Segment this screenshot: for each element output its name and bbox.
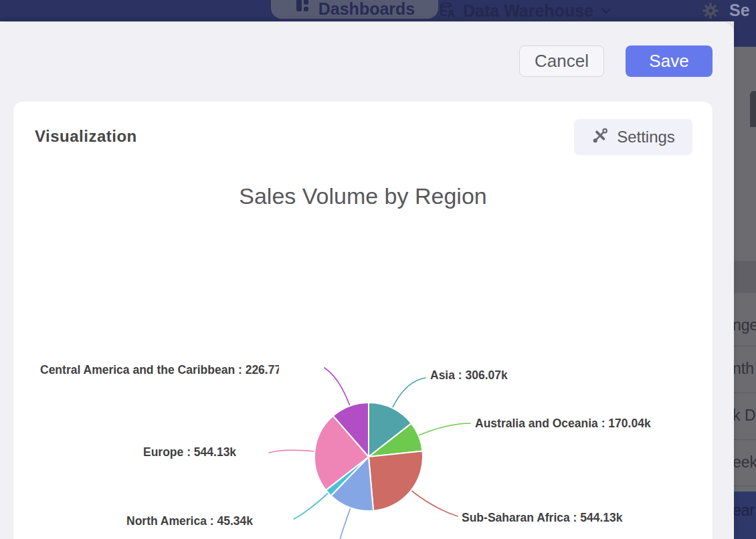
- tab-dashboards[interactable]: Dashboards: [271, 0, 438, 19]
- pie-label: Central America and the Caribbean : 226.…: [40, 362, 279, 378]
- pie-label-line: [340, 508, 351, 539]
- menu-item-selected[interactable]: ear: [734, 492, 756, 539]
- chevron-down-icon: [600, 5, 612, 19]
- pie-chart-svg: [13, 102, 713, 539]
- pie-slice-sub-saharan-africa[interactable]: [369, 451, 423, 511]
- background-dark-panel: [750, 91, 756, 127]
- visualization-card: Visualization Settings Sales Volume by: [13, 102, 713, 539]
- pie-label: Asia : 306.07k: [430, 368, 508, 383]
- pie-label-line: [419, 423, 470, 435]
- cancel-button[interactable]: Cancel: [519, 45, 604, 77]
- pie-label-line: [294, 493, 328, 519]
- chart-area: Sales Volume by Region Asia : 306.07kAus…: [13, 102, 713, 539]
- menu-divider: [734, 393, 756, 393]
- menu-item-fragment[interactable]: k D: [734, 407, 756, 425]
- menu-item-fragment[interactable]: nge: [734, 316, 756, 334]
- pie-label-line: [269, 450, 314, 453]
- menu-data-warehouse-label: Data Warehouse: [463, 1, 593, 21]
- pie-label: Europe : 544.13k: [143, 445, 236, 460]
- menu-item-fragment[interactable]: eek: [734, 453, 756, 471]
- dimmed-background-sliver: nge nth k D eek ear: [734, 21, 756, 539]
- menu-divider: [734, 346, 756, 346]
- pie-label-line: [324, 368, 350, 406]
- database-user-icon: [439, 1, 456, 21]
- background-header-strip: [734, 21, 756, 47]
- settings-label-fragment[interactable]: Se: [729, 0, 750, 20]
- menu-data-warehouse[interactable]: Data Warehouse: [439, 0, 612, 21]
- top-app-bar: Dashboards Data Warehouse: [0, 0, 756, 21]
- background-table-band: [734, 261, 756, 293]
- menu-item-fragment[interactable]: nth: [734, 360, 754, 378]
- menu-divider: [734, 486, 756, 486]
- pie-label: North America : 45.34k: [126, 514, 253, 529]
- menu-divider: [734, 439, 756, 440]
- menu-item-fragment: ear: [734, 502, 755, 520]
- pie-label: Sub-Saharan Africa : 544.13k: [462, 510, 623, 526]
- gear-icon[interactable]: [701, 1, 720, 20]
- edit-visualization-modal: Cancel Save Visualization Settings: [0, 22, 734, 539]
- pie-label-line: [411, 490, 458, 516]
- pie-label: Australia and Oceania : 170.04k: [475, 416, 651, 431]
- save-button[interactable]: Save: [626, 45, 713, 77]
- pie-label-line: [393, 378, 426, 408]
- dashboard-icon: [294, 0, 310, 16]
- tab-dashboards-label: Dashboards: [318, 0, 415, 18]
